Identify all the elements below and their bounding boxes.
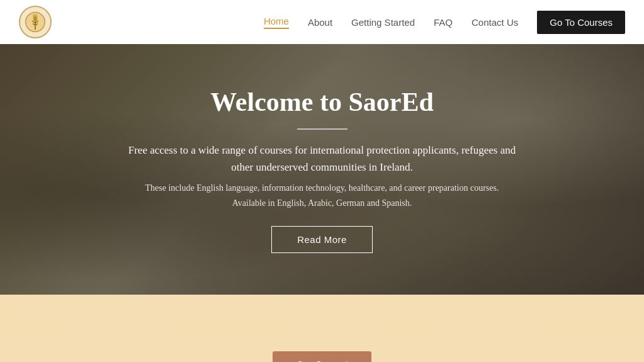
navbar: Home About Getting Started FAQ Contact U…: [0, 0, 644, 44]
nav-home[interactable]: Home: [264, 16, 289, 29]
read-more-button[interactable]: Read More: [271, 226, 373, 253]
hero-content: Welcome to SaorEd Free access to a wide …: [0, 44, 644, 296]
nav-faq[interactable]: FAQ: [434, 17, 453, 28]
nav-getting-started[interactable]: Getting Started: [351, 17, 415, 28]
svg-point-4: [33, 16, 37, 22]
nav-about[interactable]: About: [308, 17, 332, 28]
cream-section: Get Started D Introducing SaorEd ✦ Explo…: [0, 332, 644, 362]
logo[interactable]: [19, 6, 52, 38]
hero-subtitle: Free access to a wide range of courses f…: [121, 142, 524, 176]
hero-divider: [297, 128, 347, 130]
hero-section: Welcome to SaorEd Free access to a wide …: [0, 44, 644, 296]
get-started-button[interactable]: Get Started: [273, 351, 372, 362]
logo-circle: [19, 6, 52, 38]
hero-title: Welcome to SaorEd: [210, 87, 434, 117]
navbar-links: Home About Getting Started FAQ Contact U…: [264, 11, 625, 34]
wave-section: Get Started D Introducing SaorEd ✦ Explo…: [0, 295, 644, 362]
wave-divider: [0, 295, 644, 332]
nav-contact[interactable]: Contact Us: [472, 17, 518, 28]
go-to-courses-button[interactable]: Go To Courses: [537, 11, 625, 34]
hero-languages: Available in English, Arabic, German and…: [232, 198, 412, 208]
hero-description: These include English language, informat…: [145, 183, 499, 193]
